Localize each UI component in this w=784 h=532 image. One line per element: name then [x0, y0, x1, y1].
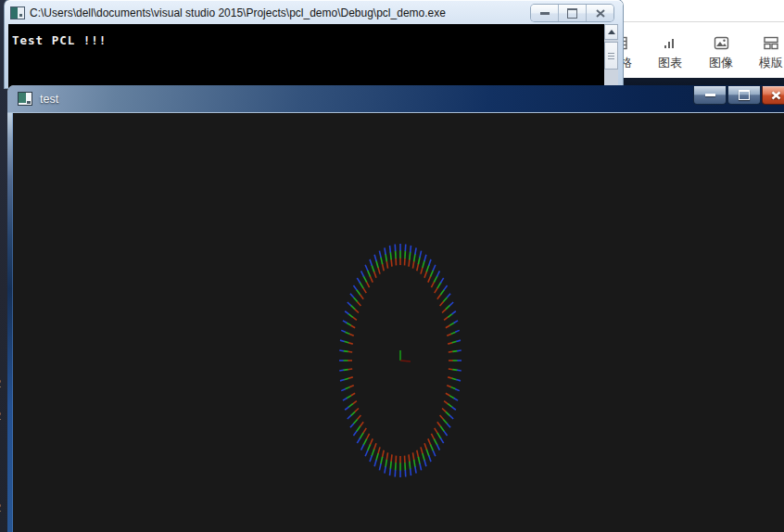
viewer-app-icon: [18, 92, 32, 106]
bar-chart-icon: [663, 33, 677, 52]
viewer-left-border: [7, 113, 13, 532]
console-output-area: Test PCL !!!: [8, 24, 604, 88]
template-icon: [764, 33, 778, 52]
scrollbar-thumb[interactable]: [604, 42, 618, 70]
viewer-close-button[interactable]: [762, 86, 784, 105]
pcl-viewer-window: test: [7, 85, 784, 532]
background-line-number: 2: [0, 409, 1, 423]
close-icon: [771, 91, 781, 100]
arrow-up-icon: [608, 30, 615, 34]
scrollbar-up-button[interactable]: [604, 24, 618, 40]
console-window: C:\Users\dell\documents\visual studio 20…: [5, 0, 623, 88]
console-body: Test PCL !!!: [5, 24, 623, 88]
console-minimize-button[interactable]: [531, 5, 559, 21]
viewer-titlebar[interactable]: test: [7, 85, 784, 113]
console-caption-buttons: [531, 5, 613, 21]
console-title: C:\Users\dell\documents\visual studio 20…: [30, 6, 531, 19]
background-line-number: 2: [0, 500, 1, 514]
viewer-render-viewport[interactable]: [13, 113, 784, 532]
image-icon: [714, 33, 729, 52]
viewer-title: test: [40, 93, 58, 106]
toolbar-item-label: 图像: [709, 55, 733, 71]
toolbar-item-template[interactable]: 模版: [750, 33, 784, 76]
console-titlebar[interactable]: C:\Users\dell\documents\visual studio 20…: [5, 0, 623, 24]
toolbar-item-label: 模版: [759, 55, 783, 71]
toolbar-item-label: 图表: [658, 55, 682, 71]
viewer-minimize-button[interactable]: [693, 86, 727, 105]
viewer-caption-buttons: [693, 86, 784, 105]
console-scrollbar[interactable]: [604, 24, 618, 88]
viewer-maximize-button[interactable]: [727, 86, 761, 105]
maximize-icon: [739, 90, 750, 100]
console-restore-button[interactable]: [559, 5, 587, 21]
console-output-text: Test PCL !!!: [12, 33, 107, 47]
minimize-icon: [705, 94, 715, 96]
background-line-number: 2: [0, 376, 1, 390]
close-icon: [596, 9, 605, 18]
console-close-button[interactable]: [587, 5, 613, 21]
restore-icon: [567, 8, 577, 19]
minimize-icon: [540, 12, 550, 15]
toolbar-item-chart[interactable]: 图表: [649, 33, 691, 76]
console-app-icon: [10, 6, 25, 19]
point-cloud-canvas: [13, 113, 784, 532]
toolbar-item-image[interactable]: 图像: [700, 33, 742, 76]
